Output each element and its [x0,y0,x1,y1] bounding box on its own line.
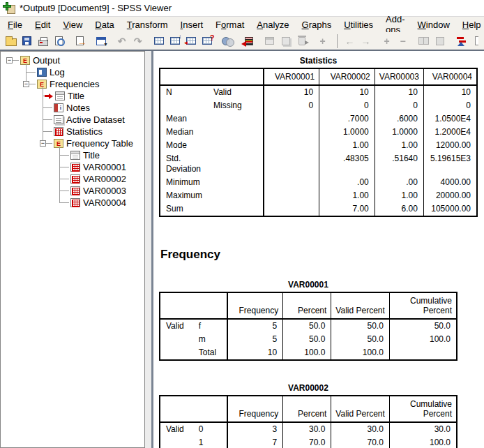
menu-utilities[interactable]: Utilities [338,18,379,31]
row-sublabel [208,152,264,176]
export-button[interactable] [72,33,88,49]
menu-insert[interactable]: Insert [174,18,210,31]
outline-item-frequency-table[interactable]: −Frequency Table [1,137,144,149]
save-button[interactable] [19,33,35,49]
column-header: Cumulative Percent [389,292,457,319]
collapse-toggle[interactable]: − [23,81,29,87]
designate-window-button[interactable] [262,33,278,49]
collapse-toggle[interactable]: − [40,140,46,147]
show-button[interactable] [416,33,432,49]
print-button[interactable] [35,33,51,49]
table-icon [54,127,63,136]
table-row: Std. Deviation.48305.516405.19615E3 [160,152,477,176]
tree-connector [43,131,52,132]
outline-item-frequencies[interactable]: −Frequencies [1,78,144,90]
toolbar-separator [337,34,338,48]
table-row: Sum7.006.00105000.00 [160,202,477,216]
menu-transform[interactable]: Transform [121,18,174,31]
value-cell [264,189,319,202]
var00001-frequency-table[interactable]: FrequencyPercentValid PercentCumulative … [159,292,457,361]
value-cell: 1.0500E4 [423,112,477,126]
outline-pane[interactable]: −OutputLog−FrequenciesTitleNotesActive D… [0,51,145,448]
title-icon [70,151,80,160]
current-item-arrow-icon [45,94,53,99]
column-header: Frequency [227,292,282,319]
select-last-output-button[interactable] [241,33,257,49]
outline-item-var00001[interactable]: VAR00001 [1,161,144,173]
outline-item-notes[interactable]: Notes [1,102,144,114]
spss-viewer-window: *Output9 [Document9] - SPSS Viewer FileE… [0,0,484,448]
hide-results-button[interactable] [278,33,294,49]
undo-button[interactable]: ↶ [114,33,130,49]
value-cell [389,346,457,360]
variables-button[interactable] [183,33,199,49]
insert-heading-icon: + [319,36,325,47]
value-cell: 4000.00 [423,176,477,189]
menu-file[interactable]: File [1,18,29,31]
toolbar-group: +− [379,33,411,49]
insert-chart-button[interactable] [453,33,469,49]
outline-item-var00003[interactable]: VAR00003 [1,185,144,197]
outline-item-output[interactable]: −Output [1,54,144,66]
row-sublabel [208,139,264,152]
collapse-button[interactable]: − [395,33,411,49]
menu-help[interactable]: Help [456,18,484,31]
value-cell: 12000.00 [423,139,477,152]
value-cell: 50.0 [283,333,331,346]
expand-button[interactable]: + [379,33,395,49]
variable-info-button[interactable] [199,33,215,49]
window-title: *Output9 [Document9] - SPSS Viewer [20,3,172,13]
value-cell: 7 [227,436,282,448]
var00002-frequency-table[interactable]: FrequencyPercentValid PercentCumulative … [159,395,457,448]
redo-button[interactable]: ↷ [130,33,146,49]
menu-view[interactable]: View [56,18,89,31]
designate-window-icon [265,37,274,45]
value-cell: 7.00 [319,202,375,216]
menu-edit[interactable]: Edit [29,18,56,31]
row-sublabel [208,202,264,216]
edge-partial-button[interactable] [469,33,484,49]
menu-format[interactable]: Format [209,18,250,31]
promote-icon: ← [345,36,355,47]
log-icon [37,68,47,77]
menu-analyze[interactable]: Analyze [250,18,295,31]
menu-data[interactable]: Data [89,18,120,31]
value-cell: 50.0 [283,319,331,333]
outline-item-title[interactable]: Title [1,90,144,102]
insert-heading-button[interactable]: + [315,33,331,49]
save-icon [22,36,31,45]
promote-button[interactable]: ← [342,33,358,49]
use-sets-button[interactable] [220,33,236,49]
tree-guide-line [59,147,60,202]
open-button[interactable] [3,33,19,49]
hide-button[interactable] [432,33,448,49]
dialog-recall-button[interactable] [93,33,109,49]
menu-graphs[interactable]: Graphs [296,18,338,31]
value-cell: 1.2000E4 [423,126,477,139]
row-sublabel: f [193,319,228,333]
print-preview-button[interactable] [51,33,67,49]
outline-item-statistics[interactable]: Statistics [1,126,144,137]
expand-icon: + [384,36,389,47]
goto-case-button[interactable] [167,33,183,49]
outline-item-log[interactable]: Log [1,66,144,78]
outline-item-var00004[interactable]: VAR00004 [1,197,144,209]
delete-output-button[interactable] [294,33,310,49]
row-label [160,346,193,360]
output-content-pane[interactable]: Statistics VAR00001VAR00002VAR00003VAR00… [153,51,484,448]
collapse-toggle[interactable]: − [6,57,13,64]
goto-data-button[interactable] [151,33,167,49]
tree-connector [59,202,69,203]
demote-button[interactable]: → [358,33,374,49]
show-icon [418,37,429,45]
statistics-table[interactable]: VAR00001VAR00002VAR00003VAR00004NValid10… [159,68,478,217]
toolbar-group [93,33,109,49]
print-icon [38,40,48,46]
table-row: Valid0330.030.030.0 [160,422,457,436]
outline-item-title[interactable]: Title [1,149,144,161]
outline-item-label: Log [50,67,65,77]
outline-item-active-dataset[interactable]: Active Dataset [1,114,144,126]
value-cell: 0 [375,99,423,112]
outline-item-var00002[interactable]: VAR00002 [1,173,144,185]
menu-window[interactable]: Window [411,18,456,31]
